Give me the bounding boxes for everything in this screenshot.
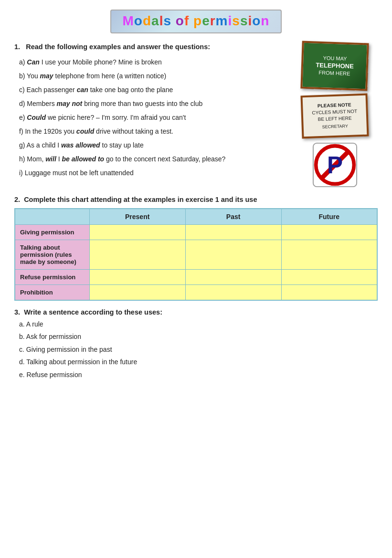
chart-col-empty (15, 209, 89, 225)
row-label-refuse: Refuse permission (15, 270, 89, 285)
row-cell[interactable] (89, 240, 185, 270)
row-label-giving: Giving permission (15, 225, 89, 240)
table-row: Prohibition (15, 285, 377, 301)
list-item: c. Giving permission in the past (19, 344, 378, 355)
row-cell[interactable] (281, 225, 377, 240)
row-cell[interactable] (185, 270, 281, 285)
exercise1-text: 1. Read the following examples and answe… (14, 42, 287, 189)
chart-col-present: Present (89, 209, 185, 225)
exercise2-header: 2. Complete this chart attending at the … (14, 196, 378, 203)
row-label-prohibition: Prohibition (15, 285, 89, 301)
exercise1-section: 1. Read the following examples and answe… (14, 42, 378, 189)
exercise2-section: 2. Complete this chart attending at the … (14, 196, 378, 301)
list-item: e) Could we picnic here? – I'm sorry. I'… (19, 113, 287, 123)
signs-images: YOU MAY TELEPHONE FROM HERE PLEASE NOTE … (292, 42, 378, 189)
chart-col-future: Future (281, 209, 377, 225)
list-item: b. Ask for permission (19, 331, 378, 342)
list-item: c) Each passenger can take one bag onto … (19, 85, 287, 95)
list-item: h) Mom, will I be allowed to go to the c… (19, 154, 287, 164)
svg-text:P: P (327, 152, 343, 178)
list-item: g) As a child I was allowed to stay up l… (19, 140, 287, 150)
telephone-sign: YOU MAY TELEPHONE FROM HERE (300, 41, 369, 91)
list-item: a) Can I use your Mobile phone? Mine is … (19, 57, 287, 67)
list-item: i) Luggage must not be left unattended (19, 168, 287, 178)
row-cell[interactable] (89, 285, 185, 301)
chart-col-past: Past (185, 209, 281, 225)
cycles-sign: PLEASE NOTE CYCLES MUST NOT BE LEFT HERE… (300, 94, 369, 139)
row-label-talking: Talking about permission (rules made by … (15, 240, 89, 270)
row-cell[interactable] (89, 225, 185, 240)
list-item: d. Talking about permission in the futur… (19, 357, 378, 367)
table-row: Giving permission (15, 225, 377, 240)
list-item: f) In the 1920s you could drive without … (19, 126, 287, 137)
table-row: Refuse permission (15, 270, 377, 285)
table-row: Talking about permission (rules made by … (15, 240, 377, 270)
title-section: Modals of permission (14, 10, 378, 33)
row-cell[interactable] (281, 285, 377, 301)
exercise3-list: a. A rule b. Ask for permission c. Givin… (14, 319, 378, 380)
title-box: Modals of permission (110, 10, 282, 33)
permission-chart: Present Past Future Giving permission Ta (14, 208, 378, 301)
list-item: d) Members may not bring more than two g… (19, 99, 287, 109)
exercise1-header: 1. Read the following examples and answe… (14, 42, 287, 53)
title-text: Modals of permission (123, 13, 270, 29)
examples-list: a) Can I use your Mobile phone? Mine is … (19, 57, 287, 178)
row-cell[interactable] (185, 240, 281, 270)
row-cell[interactable] (89, 270, 185, 285)
exercise3-section: 3. Write a sentence according to these u… (14, 308, 378, 380)
page-container: Modals of permission 1. Read the followi… (14, 10, 378, 380)
list-item: e. Refuse permission (19, 369, 378, 380)
row-cell[interactable] (281, 240, 377, 270)
no-parking-sign: P (312, 142, 358, 189)
row-cell[interactable] (185, 285, 281, 301)
list-item: b) You may telephone from here (a writte… (19, 71, 287, 81)
list-item: a. A rule (19, 319, 378, 329)
exercise3-header: 3. Write a sentence according to these u… (14, 308, 378, 316)
row-cell[interactable] (185, 225, 281, 240)
row-cell[interactable] (281, 270, 377, 285)
